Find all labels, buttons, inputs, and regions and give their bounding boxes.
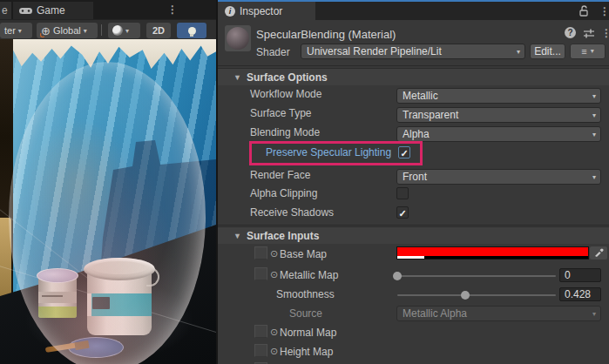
source-label: Source [289,307,322,320]
unity-editor: e Game ⋮ ter ▾ ⊕ Global ▾ [0,0,609,364]
2d-label: 2D [152,25,165,36]
metallic-slider[interactable] [397,275,556,277]
tab-inspector-label: Inspector [240,5,282,17]
chevron-down-icon: ▾ [592,112,596,119]
metallic-value-field[interactable]: 0 [559,268,601,282]
tab-game-label: Game [37,4,65,17]
surface-options-header[interactable]: ▼ Surface Options [218,68,609,85]
workflow-mode-value: Metallic [403,90,438,102]
surface-type-dropdown[interactable]: Transparent ▾ [396,107,601,123]
chevron-down-icon: ▾ [592,131,596,138]
material-menu-kebab-icon[interactable]: ⋮ [601,27,609,39]
blending-mode-value: Alpha [403,128,430,140]
smoothness-slider[interactable] [397,294,556,296]
object-picker-icon: ⊙ [270,346,278,357]
lock-icon[interactable] [579,5,589,17]
gamepad-icon [19,7,32,15]
blending-mode-label: Blending Mode [250,126,320,138]
foldout-icon: ▼ [233,232,241,240]
slider-knob[interactable] [461,291,470,300]
tab-game[interactable]: Game [13,2,93,19]
row-height-map: ⊙ Height Map [218,344,609,360]
shader-dropdown[interactable]: Universal Render Pipeline/Lit ▾ [301,44,525,59]
base-map-label: Base Map [280,248,327,260]
material-title: SpecularBlending (Material) [256,28,396,41]
row-smoothness-source: Source Metallic Alpha ▾ [218,306,609,321]
smoothness-label: Smoothness [276,288,335,300]
divider [218,225,609,226]
blending-mode-dropdown[interactable]: Alpha ▾ [396,126,601,142]
chevron-down-icon: ▾ [592,311,596,318]
source-dropdown: Metallic Alpha ▾ [396,306,601,321]
render-face-label: Render Face [250,169,310,181]
globe-icon: ⊕ [41,24,51,37]
surface-inputs-title: Surface Inputs [247,230,319,242]
surface-type-value: Transparent [403,109,458,121]
red-annotation-box [249,141,423,165]
inspector-panel: i Inspector ⋮ SpecularBlending (Material… [218,0,609,364]
2d-toggle-button[interactable]: 2D [146,23,171,38]
material-preview-sphere [227,27,249,50]
shader-list-button[interactable]: ≡ ▾ [570,44,606,59]
row-workflow-mode: Workflow Mode Metallic ▾ [218,88,609,104]
pivot-mode-label: ter [4,25,16,36]
checkmark-icon: ✓ [398,208,406,219]
pivot-mode-button[interactable]: ter ▾ [0,23,32,38]
material-preview[interactable] [225,25,251,51]
scene-toolbar: ter ▾ ⊕ Global ▾ ▾ 2D [0,19,216,39]
shader-edit-button[interactable]: Edit... [530,44,565,59]
row-metallic-map: ⊙ Metallic Map 0 [218,267,609,283]
help-icon[interactable]: ? [565,27,576,38]
toolbar-divider [101,24,102,36]
chevron-down-icon: ▾ [517,49,520,56]
workflow-mode-label: Workflow Mode [250,88,321,100]
tab-scene-fragment[interactable]: e [0,2,11,19]
chevron-down-icon: ▾ [591,44,594,58]
receive-shadows-label: Receive Shadows [250,206,334,219]
list-icon: ≡ [581,44,586,58]
eyedropper-button[interactable] [590,246,607,260]
metallic-map-label: Metallic Map [280,269,338,281]
chevron-down-icon: ▾ [592,93,596,100]
surface-type-label: Surface Type [250,107,312,119]
height-map-texture-slot[interactable] [254,344,267,357]
tab-inspector[interactable]: i Inspector [218,2,315,20]
render-face-value: Front [403,171,427,183]
chevron-down-icon: ▾ [125,27,129,35]
game-menu-kebab-icon[interactable]: ⋮ [167,3,178,16]
alpha-clipping-checkbox[interactable] [396,187,409,199]
object-picker-icon: ⊙ [270,248,278,260]
row-smoothness: Smoothness 0.428 [218,286,609,302]
base-map-color-swatch[interactable] [396,246,589,260]
workflow-mode-dropdown[interactable]: Metallic ▾ [396,88,601,104]
surface-inputs-header[interactable]: ▼ Surface Inputs [218,226,609,244]
normal-map-texture-slot[interactable] [254,325,267,338]
height-map-label: Height Map [280,346,333,358]
lightbulb-icon [188,27,196,35]
game-panel: e Game ⋮ ter ▾ ⊕ Global ▾ [0,0,216,364]
shader-label: Shader [256,46,290,58]
shading-mode-button[interactable]: ▾ [108,23,140,38]
shaded-sphere-icon [112,25,123,36]
chevron-down-icon: ▾ [592,174,596,181]
object-picker-icon: ⊙ [270,327,278,338]
smoothness-value-field[interactable]: 0.428 [559,287,601,301]
shader-value: Universal Render Pipeline/Lit [307,45,442,57]
alpha-strip [397,256,588,259]
normal-map-label: Normal Map [280,327,336,339]
orientation-global-button[interactable]: ⊕ Global ▾ [37,23,98,38]
presets-icon[interactable] [583,28,595,38]
eyedropper-icon [594,248,604,258]
slider-knob[interactable] [393,272,402,280]
info-icon: i [225,6,235,17]
game-viewport[interactable] [0,39,216,364]
inspector-menu-kebab-icon[interactable]: ⋮ [599,5,609,17]
scene-lighting-toggle-button[interactable] [177,23,206,38]
base-map-texture-slot[interactable] [254,246,267,260]
chevron-down-icon: ▾ [84,27,87,35]
surface-options-title: Surface Options [247,71,328,84]
receive-shadows-checkbox[interactable]: ✓ [396,206,409,219]
game-tabbar: e Game ⋮ [0,0,216,19]
render-face-dropdown[interactable]: Front ▾ [396,169,601,185]
metallic-map-texture-slot[interactable] [254,267,267,280]
